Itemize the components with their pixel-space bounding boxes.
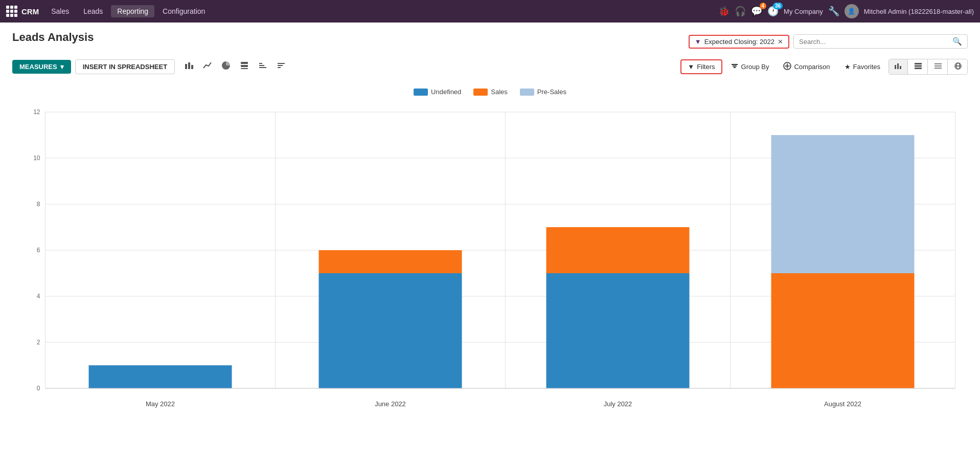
y-label-4: 4 [37,293,40,300]
stack-icon[interactable] [236,58,253,75]
chart-view-btn[interactable] [889,59,908,74]
svg-rect-17 [915,65,922,67]
filters-button[interactable]: ▼ Filters [680,59,722,74]
bar-jun-sales[interactable] [319,250,462,273]
filter-tag[interactable]: ▼ Expected Closing: 2022 ✕ [689,35,789,49]
support-icon[interactable]: 🎧 [735,6,746,17]
svg-rect-20 [935,65,942,67]
pivot-view-btn[interactable] [949,59,967,74]
clock-icon[interactable]: 🕐 36 [767,6,779,17]
line-chart-icon[interactable] [199,58,216,75]
app-name[interactable]: CRM [21,7,39,16]
y-label-10: 10 [33,155,40,162]
bar-chart-icon[interactable] [181,58,197,75]
legend-label-undefined: Undefined [431,88,461,96]
filter-tag-close[interactable]: ✕ [778,38,783,46]
svg-rect-9 [278,63,285,64]
settings-icon[interactable]: 🔧 [828,6,839,17]
company-name[interactable]: My Company [784,8,823,15]
svg-rect-21 [935,68,942,69]
filters-label: Filters [697,63,715,71]
svg-rect-5 [241,68,248,69]
chart-legend: Undefined Sales Pre-Sales [12,88,968,96]
avatar[interactable]: 👤 [845,4,859,18]
list-view-btn[interactable] [929,59,948,74]
navbar-menu: Sales Leads Reporting Configuration [45,5,716,17]
svg-rect-6 [259,67,266,68]
x-label-aug: August 2022 [824,400,861,408]
toolbar: MEASURES INSERT IN SPREADSHEET [12,58,968,75]
bar-jul-undefined[interactable] [546,273,690,388]
svg-rect-8 [259,63,262,64]
comparison-button[interactable]: Comparison [777,59,836,74]
navbar: CRM Sales Leads Reporting Configuration … [0,0,980,23]
svg-rect-1 [188,62,190,69]
bar-jul-sales[interactable] [546,227,690,273]
search-box[interactable]: 🔍 [793,34,968,49]
chart-type-icons [181,58,289,75]
bar-jun-undefined[interactable] [319,273,462,388]
filter-tag-text: Expected Closing: 2022 [704,38,774,46]
filter-icon: ▼ [688,63,694,71]
y-label-8: 8 [37,201,40,208]
measures-button[interactable]: MEASURES [12,60,71,74]
table-view-btn[interactable] [909,59,928,74]
navbar-brand[interactable]: CRM [6,6,39,17]
search-input[interactable] [799,38,952,46]
apps-icon[interactable] [6,6,17,17]
x-label-jun: June 2022 [375,400,406,408]
search-filter-area: ▼ Expected Closing: 2022 ✕ 🔍 [689,34,968,49]
page-title: Leads Analysis [12,31,94,44]
comparison-label: Comparison [794,63,830,71]
spreadsheet-button[interactable]: INSERT IN SPREADSHEET [75,59,175,74]
bug-icon[interactable]: 🐞 [718,6,730,17]
svg-rect-7 [259,65,264,66]
favorites-label: Favorites [853,63,880,71]
bar-may-undefined[interactable] [89,365,232,388]
navbar-right: 🐞 🎧 💬 4 🕐 36 My Company 🔧 👤 Mitchell Adm… [718,4,974,18]
y-label-2: 2 [37,339,40,346]
svg-rect-13 [895,65,896,69]
svg-rect-2 [191,65,193,69]
chat-badge: 4 [760,3,767,9]
x-label-jul: July 2022 [604,400,632,408]
filter-funnel-icon: ▼ [695,38,701,46]
svg-rect-18 [915,68,922,69]
svg-rect-14 [897,63,899,69]
sort-asc-icon[interactable] [255,58,271,75]
bar-aug-presales[interactable] [771,135,915,273]
legend-color-sales [473,89,488,96]
bar-aug-sales[interactable] [771,273,915,388]
svg-rect-10 [278,65,283,66]
view-type-buttons [888,59,968,75]
svg-rect-3 [241,62,248,64]
svg-rect-19 [935,63,942,64]
chat-icon[interactable]: 💬 4 [751,6,762,17]
clock-badge: 36 [773,3,783,9]
y-label-12: 12 [33,108,40,116]
nav-sales[interactable]: Sales [45,5,75,17]
search-icon[interactable]: 🔍 [952,37,962,46]
nav-reporting[interactable]: Reporting [111,5,154,17]
svg-rect-0 [185,64,187,69]
chart-area: 0 2 4 6 8 10 12 [12,102,968,419]
nav-configuration[interactable]: Configuration [156,5,211,17]
y-label-6: 6 [37,247,40,254]
comparison-icon [783,62,791,72]
user-name[interactable]: Mitchell Admin (18222618-master-all) [864,8,974,15]
groupby-button[interactable]: Group By [724,59,776,74]
main-content: Leads Analysis ▼ Expected Closing: 2022 … [0,23,980,432]
legend-label-presales: Pre-Sales [537,88,566,96]
bar-chart-svg: 0 2 4 6 8 10 12 [12,102,968,419]
sort-desc-icon[interactable] [273,58,289,75]
legend-color-undefined [414,89,428,96]
chart-container: Undefined Sales Pre-Sales [12,83,968,424]
favorites-button[interactable]: ★ Favorites [838,60,886,73]
nav-leads[interactable]: Leads [77,5,109,17]
y-label-0: 0 [37,385,40,392]
svg-rect-4 [241,65,248,67]
legend-undefined: Undefined [414,88,461,96]
pie-chart-icon[interactable] [218,58,234,75]
x-label-may: May 2022 [146,400,175,408]
legend-presales: Pre-Sales [520,88,566,96]
